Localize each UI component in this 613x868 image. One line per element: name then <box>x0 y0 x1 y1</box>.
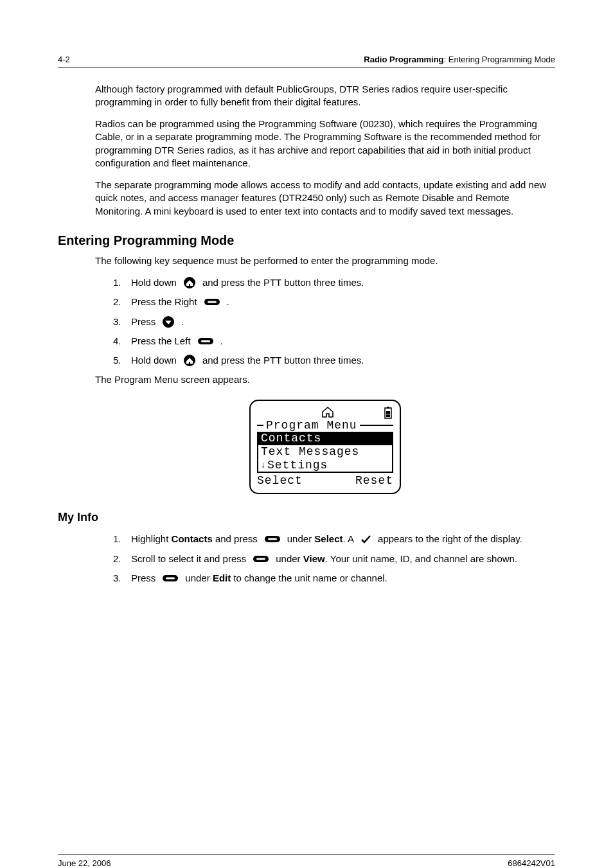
menu-title: Program Menu <box>263 419 360 432</box>
scroll-down-icon: ↓ <box>261 459 267 470</box>
page-footer: June 22, 2006 6864242V01 <box>58 855 555 868</box>
softkey-reset[interactable]: Reset <box>355 474 393 488</box>
list-item: 5. Hold down and press the PTT button th… <box>113 354 555 367</box>
intro-para-1: Although factory programmed with default… <box>95 83 555 109</box>
program-menu-appears: The Program Menu screen appears. <box>95 373 555 386</box>
menu-item-settings[interactable]: ↓Settings <box>258 459 392 472</box>
list-item: 2. Scroll to select it and press under V… <box>113 553 555 565</box>
softkey-icon <box>162 573 179 583</box>
softkey-icon <box>197 336 214 346</box>
section-1-lead: The following key sequence must be perfo… <box>95 254 555 267</box>
intro-para-3: The separate programming mode allows acc… <box>95 179 555 218</box>
footer-docnum: 6864242V01 <box>508 858 555 868</box>
down-nav-icon <box>162 315 175 328</box>
menu-item-text-messages[interactable]: Text Messages <box>258 445 392 459</box>
list-item: 3. Press . <box>113 315 555 328</box>
footer-date: June 22, 2006 <box>58 858 111 868</box>
home-icon <box>183 354 196 367</box>
check-icon <box>360 535 371 544</box>
softkey-icon <box>264 534 281 544</box>
softkey-icon <box>253 554 269 564</box>
home-icon <box>183 276 196 289</box>
list-item: 3. Press under Edit to change the unit n… <box>113 572 555 585</box>
page-header: 4-2 Radio Programming: Entering Programm… <box>58 54 555 67</box>
phone-screen: Program Menu Contacts Text Messages ↓Set… <box>249 400 401 494</box>
heading-entering-programming-mode: Entering Programming Mode <box>58 232 555 249</box>
menu-item-contacts[interactable]: Contacts <box>258 432 392 445</box>
intro-para-2: Radios can be programmed using the Progr… <box>95 118 555 170</box>
list-item: 2. Press the Right . <box>113 296 555 308</box>
softkey-icon <box>204 297 220 307</box>
my-info-steps: 1. Highlight Contacts and press under Se… <box>113 533 555 585</box>
status-home-icon <box>320 405 335 420</box>
page-number: 4-2 <box>58 54 70 66</box>
list-item: 1. Highlight Contacts and press under Se… <box>113 533 555 545</box>
battery-icon <box>384 406 392 419</box>
softkey-select[interactable]: Select <box>257 474 303 488</box>
list-item: 1. Hold down and press the PTT button th… <box>113 276 555 289</box>
header-breadcrumb: Radio Programming: Entering Programming … <box>364 54 555 66</box>
list-item: 4. Press the Left . <box>113 335 555 348</box>
entering-mode-steps: 1. Hold down and press the PTT button th… <box>113 276 555 367</box>
heading-my-info: My Info <box>58 509 555 525</box>
